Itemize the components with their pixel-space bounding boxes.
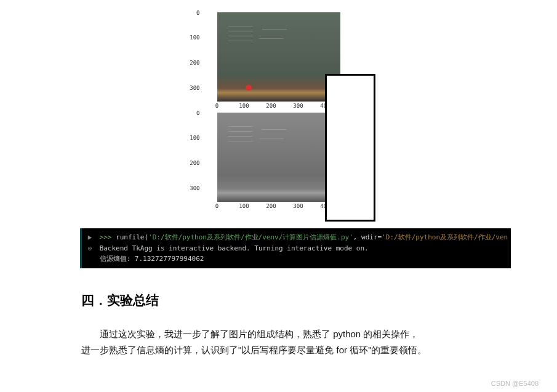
terminal-output: ▶ >>> runfile('D:/软件/python及系列软件/作业/venv… bbox=[80, 228, 511, 268]
x-tick-label: 200 bbox=[266, 103, 276, 109]
watermark: CSDN @E5408 bbox=[491, 380, 539, 387]
x-tick-label: 100 bbox=[239, 203, 249, 209]
section-heading: 四．实验总结 bbox=[81, 292, 520, 309]
terminal-entropy: 信源熵值: 7.132727797994062 bbox=[100, 255, 204, 263]
x-tick-label: 100 bbox=[239, 103, 249, 109]
x-tick-label: 200 bbox=[266, 203, 276, 209]
terminal-path: 'D:/软件/python及系列软件/作业/venv/计算图片信源熵值.py' bbox=[148, 233, 353, 241]
plot-image-color bbox=[217, 12, 340, 102]
y-tick-label: 300 bbox=[185, 185, 200, 191]
terminal-wdir-kw: , wdir= bbox=[353, 233, 382, 241]
y-tick-label: 100 bbox=[185, 135, 200, 141]
terminal-prompt: >>> bbox=[100, 233, 112, 241]
terminal-wdir-val: 'D:/软件/python及系列软件/作业/venv' bbox=[382, 233, 508, 241]
plot-bottom: 0 100 200 300 0 100 200 300 400 bbox=[217, 113, 340, 210]
x-axis-ticks: 0 100 200 300 400 bbox=[217, 202, 340, 210]
summary-line-1: 通过这次实验，我进一步了解了图片的组成结构，熟悉了 python 的相关操作， bbox=[81, 326, 463, 342]
terminal-line-1: ▶ >>> runfile('D:/软件/python及系列软件/作业/venv… bbox=[84, 232, 508, 243]
y-tick-label: 100 bbox=[185, 34, 200, 41]
redaction-box bbox=[325, 74, 375, 222]
x-tick-label: 300 bbox=[293, 203, 303, 209]
plot-image-gray bbox=[217, 113, 340, 202]
plot-top: 0 100 200 300 0 100 200 300 400 bbox=[217, 12, 340, 110]
terminal-fn: runfile( bbox=[116, 233, 148, 241]
terminal-line-2: ⊙ Backend TkAgg is interactive backend. … bbox=[84, 243, 508, 254]
y-tick-label: 0 bbox=[185, 110, 200, 116]
y-tick-label: 300 bbox=[185, 85, 200, 91]
terminal-backend: Backend TkAgg is interactive backend. Tu… bbox=[100, 244, 369, 252]
summary-line-2: 进一步熟悉了信息熵的计算，认识到了"以后写程序要尽量避免 for 循环"的重要领… bbox=[81, 342, 463, 358]
y-tick-label: 200 bbox=[185, 160, 200, 166]
terminal-line-3: 信源熵值: 7.132727797994062 bbox=[84, 254, 508, 265]
x-axis-ticks: 0 100 200 300 400 bbox=[217, 102, 340, 110]
x-tick-label: 300 bbox=[293, 103, 303, 109]
y-tick-label: 200 bbox=[185, 60, 200, 66]
x-tick-label: 0 bbox=[215, 103, 218, 109]
plots-container: 0 100 200 300 0 100 200 300 400 0 100 bbox=[37, 12, 520, 213]
x-tick-label: 0 bbox=[215, 203, 218, 209]
y-tick-label: 0 bbox=[185, 10, 200, 16]
